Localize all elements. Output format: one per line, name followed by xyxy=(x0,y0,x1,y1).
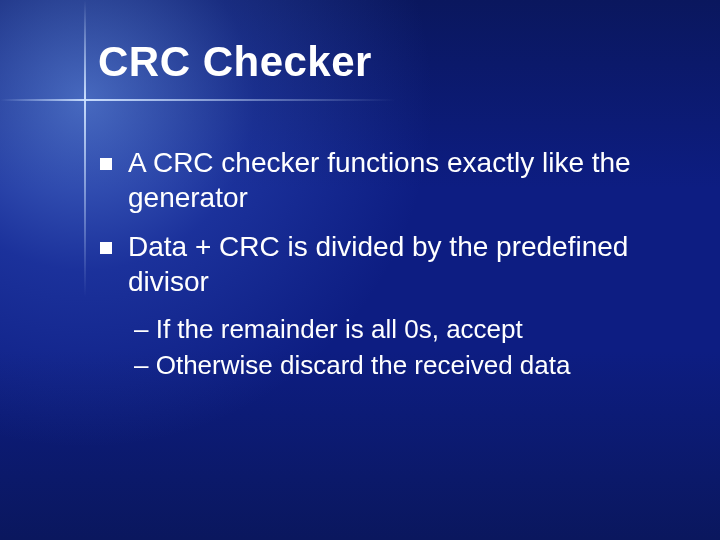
slide-title: CRC Checker xyxy=(98,38,372,86)
sub-bullet-group: – If the remainder is all 0s, accept – O… xyxy=(134,313,680,383)
bullet-item: Data + CRC is divided by the predefined … xyxy=(100,229,680,299)
lens-flare-vertical xyxy=(84,0,86,540)
sub-bullet-item: – If the remainder is all 0s, accept xyxy=(134,313,680,347)
square-bullet-icon xyxy=(100,158,112,170)
lens-flare-horizontal xyxy=(0,99,720,101)
slide-body: A CRC checker functions exactly like the… xyxy=(100,145,680,385)
sub-bullet-item: – Otherwise discard the received data xyxy=(134,349,680,383)
bullet-item: A CRC checker functions exactly like the… xyxy=(100,145,680,215)
slide: CRC Checker A CRC checker functions exac… xyxy=(0,0,720,540)
bullet-text: A CRC checker functions exactly like the… xyxy=(128,147,631,213)
square-bullet-icon xyxy=(100,242,112,254)
bullet-text: Data + CRC is divided by the predefined … xyxy=(128,231,628,297)
